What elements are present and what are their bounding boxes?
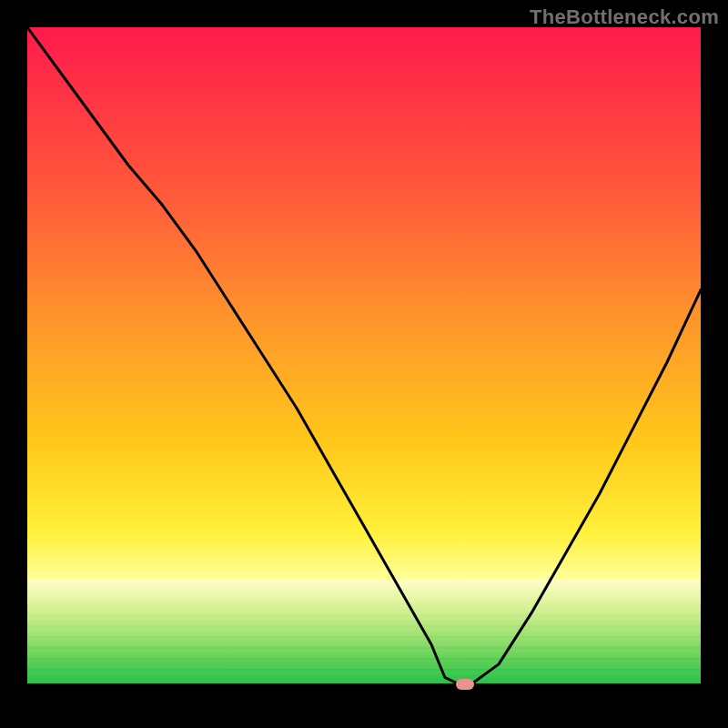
chart-svg <box>27 27 701 701</box>
plot-area <box>27 27 701 701</box>
gradient-background <box>27 27 701 701</box>
chart-container: TheBottleneck.com <box>0 0 728 728</box>
optimum-marker <box>456 679 474 690</box>
watermark-text: TheBottleneck.com <box>530 5 719 29</box>
